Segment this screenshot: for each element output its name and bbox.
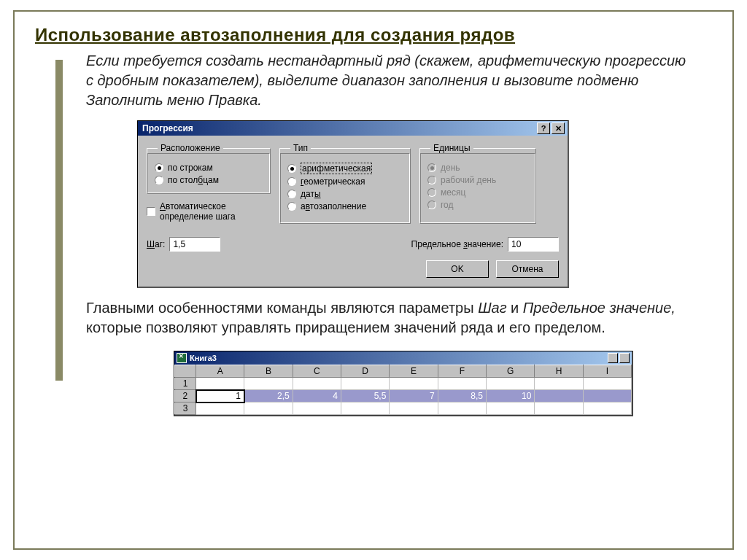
select-all-corner[interactable] (175, 365, 196, 378)
row-header[interactable]: 1 (175, 378, 196, 390)
radio-icon (427, 188, 436, 197)
checkbox-label: ААвтоматическоевтоматическое определение… (160, 201, 236, 222)
decorative-bar (55, 60, 63, 381)
radio-icon (427, 163, 436, 172)
description-text: Главными особенностями команды являются … (86, 298, 699, 338)
spreadsheet-grid[interactable]: A B C D E F G H I 1 2 1 2,5 (174, 365, 632, 415)
cell[interactable] (535, 390, 583, 402)
group-layout: Расположение по строкам по столбцам (147, 143, 271, 194)
checkbox-icon (147, 207, 155, 216)
radio-icon (155, 176, 163, 184)
radio-icon (287, 177, 296, 186)
col-header[interactable]: F (438, 365, 486, 378)
radio-unit-year: год (427, 200, 528, 210)
row-header[interactable]: 2 (175, 390, 196, 402)
col-header[interactable]: E (390, 365, 438, 378)
sheet-titlebar[interactable]: Книга3 (174, 351, 632, 365)
group-units: Единицы день рабочий день месяц (419, 143, 536, 224)
progression-dialog: Прогрессия ? ✕ Расположение по строкам (137, 120, 569, 288)
cell[interactable] (486, 402, 534, 415)
help-button[interactable]: ? (537, 122, 550, 134)
group-units-legend: Единицы (430, 143, 473, 153)
cell[interactable] (244, 378, 293, 390)
cancel-button[interactable]: Отмена (496, 260, 559, 278)
radio-unit-day: день (427, 163, 528, 173)
group-type: Тип арифметическая геометрическая даты (279, 143, 411, 224)
ok-button[interactable]: OK (426, 260, 489, 278)
radio-label: автозаполнение (301, 201, 366, 211)
radio-icon (427, 201, 436, 209)
sheet-title-text: Книга3 (190, 354, 217, 362)
radio-layout-rows[interactable]: по строкам (155, 163, 263, 173)
radio-label: даты (301, 189, 321, 199)
cell[interactable] (486, 378, 534, 390)
cell[interactable] (583, 390, 631, 402)
radio-type-geom[interactable]: геометрическая (287, 176, 403, 187)
cell[interactable] (390, 378, 438, 390)
cell[interactable]: 10 (486, 390, 534, 402)
radio-layout-cols[interactable]: по столбцам (155, 175, 263, 185)
maximize-icon[interactable] (619, 353, 630, 363)
cell[interactable] (583, 402, 631, 415)
col-header[interactable]: I (583, 365, 631, 378)
radio-label: геометрическая (301, 176, 365, 187)
close-button[interactable]: ✕ (551, 122, 565, 134)
radio-icon (287, 190, 296, 198)
dialog-title: Прогрессия (141, 123, 535, 133)
cell[interactable] (341, 402, 390, 415)
cell[interactable] (196, 402, 244, 415)
cell[interactable]: 5,5 (341, 390, 390, 402)
cell[interactable]: 7 (390, 390, 438, 402)
radio-type-arith[interactable]: арифметическая (287, 163, 403, 174)
cell[interactable]: 8,5 (438, 390, 486, 402)
col-header[interactable]: D (341, 365, 390, 378)
cell[interactable]: 4 (293, 390, 341, 402)
excel-icon (177, 353, 187, 363)
cell[interactable] (390, 402, 438, 415)
limit-label: Предельное значение: (411, 239, 503, 249)
cell[interactable] (293, 378, 341, 390)
radio-label: день (441, 163, 460, 173)
radio-icon (427, 176, 436, 184)
limit-input[interactable]: 10 (508, 237, 559, 252)
row-header[interactable]: 3 (175, 402, 196, 415)
radio-unit-workday: рабочий день (427, 175, 528, 185)
col-header[interactable]: C (293, 365, 341, 378)
cell[interactable] (244, 402, 293, 415)
radio-icon (155, 163, 163, 172)
cell[interactable]: 2,5 (244, 390, 293, 402)
cell[interactable] (196, 378, 244, 390)
radio-label: месяц (441, 187, 465, 198)
radio-icon (287, 164, 296, 173)
cell[interactable] (438, 378, 486, 390)
radio-label: по столбцам (168, 175, 219, 185)
radio-type-dates[interactable]: даты (287, 189, 403, 199)
cell[interactable]: 1 (196, 390, 244, 402)
radio-label: арифметическая (301, 163, 372, 174)
minimize-icon[interactable] (608, 353, 618, 363)
radio-label: год (441, 200, 454, 210)
step-label: Шаг: (147, 239, 165, 249)
col-header[interactable]: H (535, 365, 583, 378)
cell[interactable] (438, 402, 486, 415)
page-title: Использование автозаполнения для создани… (35, 25, 712, 45)
intro-text: Если требуется создать нестандартный ряд… (86, 51, 692, 110)
cell[interactable] (583, 378, 631, 390)
radio-label: по строкам (168, 163, 213, 173)
cell[interactable] (535, 378, 583, 390)
step-input[interactable]: 1,5 (169, 237, 220, 252)
radio-unit-month: месяц (427, 187, 528, 198)
radio-type-autofill[interactable]: автозаполнение (287, 201, 403, 211)
col-header[interactable]: B (244, 365, 293, 378)
col-header[interactable]: G (486, 365, 534, 378)
group-layout-legend: Расположение (158, 143, 223, 153)
radio-icon (287, 202, 296, 211)
col-header[interactable]: A (196, 365, 244, 378)
group-type-legend: Тип (290, 143, 311, 153)
cell[interactable] (535, 402, 583, 415)
checkbox-auto-step[interactable]: ААвтоматическоевтоматическое определение… (147, 201, 271, 222)
spreadsheet-window: Книга3 A B C D E F G H I (174, 351, 633, 416)
cell[interactable] (341, 378, 390, 390)
cell[interactable] (293, 402, 341, 415)
dialog-titlebar[interactable]: Прогрессия ? ✕ (138, 121, 568, 136)
